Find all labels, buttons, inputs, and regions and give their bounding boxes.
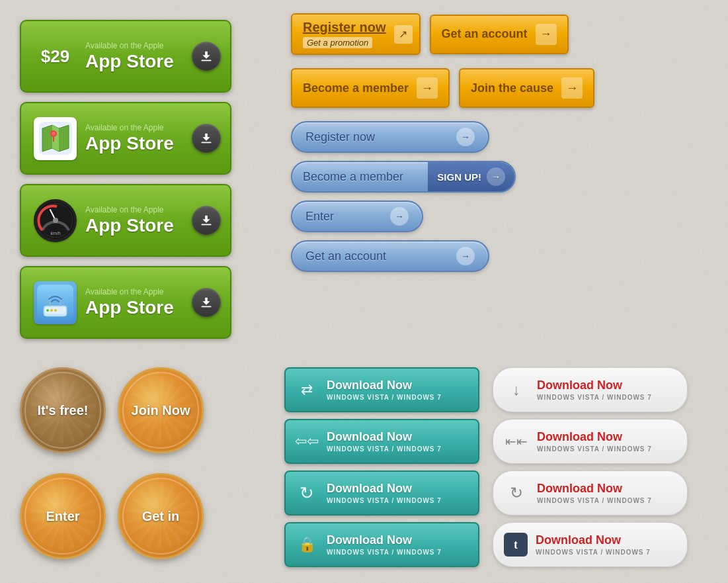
get-in-circle-button[interactable]: Get in bbox=[118, 473, 204, 559]
available-text-4: Available on the Apple bbox=[85, 287, 192, 296]
map-svg bbox=[39, 122, 72, 155]
cta-row-1: Register now Get a promotion ↗ Get an ac… bbox=[291, 13, 714, 55]
refresh-icon-teal: ↻ bbox=[295, 481, 319, 505]
download-white-text-3: Download Now WINDOWS VISTA / WINDOWS 7 bbox=[537, 482, 676, 504]
enter-circle-label: Enter bbox=[46, 508, 79, 524]
its-free-circle-button[interactable]: It's free! bbox=[20, 367, 106, 453]
register-now-label: Register now bbox=[303, 20, 386, 35]
app-store-text-area-3: Available on the Apple App Store bbox=[80, 205, 192, 236]
app-store-section: $29 Available on the Apple App Store bbox=[20, 20, 258, 348]
enter-pill-button[interactable]: Enter → bbox=[291, 201, 423, 232]
download-white-sub-2: WINDOWS VISTA / WINDOWS 7 bbox=[537, 445, 676, 453]
app-store-text-area-2: Available on the Apple App Store bbox=[80, 123, 192, 154]
download-white-button-3[interactable]: ↻ Download Now WINDOWS VISTA / WINDOWS 7 bbox=[493, 471, 688, 516]
svg-point-17 bbox=[50, 309, 53, 312]
app-store-label-4: App Store bbox=[85, 297, 174, 318]
join-cause-button[interactable]: Join the cause → bbox=[459, 68, 594, 108]
refresh-icon-white: ↻ bbox=[504, 480, 529, 506]
become-member-button-1[interactable]: Become a member → bbox=[291, 68, 450, 108]
signup-arrow-icon: → bbox=[487, 167, 505, 186]
map-icon-area bbox=[30, 114, 80, 163]
app-store-button-price[interactable]: $29 Available on the Apple App Store bbox=[20, 20, 231, 93]
download-text-3: Download Now WINDOWS VISTA / WINDOWS 7 bbox=[327, 482, 469, 504]
register-now-pill-button[interactable]: Register now → bbox=[291, 121, 489, 153]
become-member-label-1: Become a member bbox=[303, 81, 409, 95]
get-account-button-1[interactable]: Get an account → bbox=[430, 15, 569, 54]
download-circle-3 bbox=[192, 206, 221, 235]
download-teal-button-2[interactable]: ⇦⇦ Download Now WINDOWS VISTA / WINDOWS … bbox=[284, 419, 479, 464]
get-account-pill-arrow: → bbox=[456, 247, 475, 265]
lock-icon: 🔒 bbox=[295, 533, 319, 557]
download-sub-1: WINDOWS VISTA / WINDOWS 7 bbox=[327, 394, 469, 401]
download-white-sub-1: WINDOWS VISTA / WINDOWS 7 bbox=[537, 394, 676, 401]
download-main-1: Download Now bbox=[327, 379, 469, 392]
app-store-label-1: App Store bbox=[85, 51, 174, 71]
app-store-button-speedo[interactable]: km/h Available on the Apple App Store bbox=[20, 184, 231, 257]
join-now-circle-button[interactable]: Join Now bbox=[118, 367, 204, 453]
enter-pill-label: Enter bbox=[305, 210, 334, 224]
download-text-1: Download Now WINDOWS VISTA / WINDOWS 7 bbox=[327, 379, 469, 401]
get-account-arrow-icon-1: → bbox=[536, 24, 557, 45]
download-white-button-4[interactable]: t Download Now WINDOWS VISTA / WINDOWS 7 bbox=[493, 522, 688, 567]
app-store-button-maps[interactable]: Available on the Apple App Store bbox=[20, 102, 231, 175]
blue-pill-section: Register now → Become a member SIGN UP! … bbox=[291, 121, 714, 272]
download-arrow-icon-2 bbox=[199, 131, 214, 146]
download-white-button-2[interactable]: ⇤⇤ Download Now WINDOWS VISTA / WINDOWS … bbox=[493, 419, 688, 464]
app-store-button-wifi[interactable]: Available on the Apple App Store bbox=[20, 266, 231, 339]
download-white-text-2: Download Now WINDOWS VISTA / WINDOWS 7 bbox=[537, 430, 676, 453]
signup-label: SIGN UP! bbox=[437, 171, 481, 183]
price-icon-area: $29 bbox=[30, 32, 80, 81]
download-white-main-3: Download Now bbox=[537, 482, 676, 496]
become-member-pill-label: Become a member bbox=[292, 165, 428, 189]
svg-point-16 bbox=[46, 309, 49, 312]
download-circle-1 bbox=[192, 42, 221, 71]
download-text-2: Download Now WINDOWS VISTA / WINDOWS 7 bbox=[327, 430, 469, 453]
download-white-main-2: Download Now bbox=[537, 430, 676, 444]
enter-pill-arrow: → bbox=[390, 207, 409, 226]
download-white-text-4: Download Now WINDOWS VISTA / WINDOWS 7 bbox=[536, 533, 676, 556]
download-main-3: Download Now bbox=[327, 482, 469, 496]
svg-point-4 bbox=[52, 132, 56, 136]
get-in-label: Get in bbox=[142, 508, 180, 524]
download-white-button-1[interactable]: ↓ Download Now WINDOWS VISTA / WINDOWS 7 bbox=[493, 367, 688, 412]
svg-text:km/h: km/h bbox=[50, 231, 60, 236]
enter-circle-button[interactable]: Enter bbox=[20, 473, 106, 559]
become-member-signup-button[interactable]: Become a member SIGN UP! → bbox=[291, 161, 516, 193]
register-now-pill-arrow: → bbox=[456, 128, 475, 146]
become-member-arrow-icon-1: → bbox=[417, 77, 438, 99]
app-store-label-3: App Store bbox=[85, 215, 174, 236]
join-now-label: Join Now bbox=[132, 402, 190, 418]
get-account-pill-button[interactable]: Get an account → bbox=[291, 240, 489, 272]
tumblr-icon: t bbox=[504, 533, 528, 557]
download-teal-button-4[interactable]: 🔒 Download Now WINDOWS VISTA / WINDOWS 7 bbox=[284, 522, 479, 567]
download-text-4: Download Now WINDOWS VISTA / WINDOWS 7 bbox=[327, 533, 469, 556]
its-free-label: It's free! bbox=[37, 402, 88, 418]
speedometer-icon: km/h bbox=[34, 199, 77, 242]
download-sub-3: WINDOWS VISTA / WINDOWS 7 bbox=[327, 497, 469, 504]
speedo-svg: km/h bbox=[36, 201, 75, 240]
join-cause-arrow-icon: → bbox=[561, 77, 583, 99]
register-arrow-icon: ↗ bbox=[394, 25, 413, 44]
map-icon bbox=[34, 117, 77, 160]
download-white-section: ↓ Download Now WINDOWS VISTA / WINDOWS 7… bbox=[493, 367, 688, 567]
transfer-icon: ⇄ bbox=[295, 378, 319, 402]
get-promotion-label: Get a promotion bbox=[303, 37, 372, 48]
price-text: $29 bbox=[41, 46, 69, 67]
download-teal-button-3[interactable]: ↻ Download Now WINDOWS VISTA / WINDOWS 7 bbox=[284, 471, 479, 516]
get-account-label-1: Get an account bbox=[442, 27, 528, 41]
download-arrow-icon-4 bbox=[199, 295, 214, 310]
download-arrow-icon-white-1: ↓ bbox=[504, 377, 529, 402]
register-now-button[interactable]: Register now Get a promotion ↗ bbox=[291, 13, 421, 55]
wifi-router-icon bbox=[34, 281, 77, 324]
back-arrows-icon: ⇦⇦ bbox=[295, 429, 319, 453]
bottom-section: It's free! Join Now Enter Get in ⇄ Downl… bbox=[0, 367, 728, 567]
download-white-main-1: Download Now bbox=[537, 379, 676, 392]
get-account-pill-label: Get an account bbox=[305, 249, 386, 263]
cta-section: Register now Get a promotion ↗ Get an ac… bbox=[291, 13, 714, 272]
app-store-text-area-4: Available on the Apple App Store bbox=[80, 287, 192, 318]
download-teal-button-1[interactable]: ⇄ Download Now WINDOWS VISTA / WINDOWS 7 bbox=[284, 367, 479, 412]
download-white-main-4: Download Now bbox=[536, 533, 676, 547]
svg-point-9 bbox=[53, 218, 58, 223]
wifi-icon-area bbox=[30, 278, 80, 328]
download-white-sub-4: WINDOWS VISTA / WINDOWS 7 bbox=[536, 549, 676, 556]
